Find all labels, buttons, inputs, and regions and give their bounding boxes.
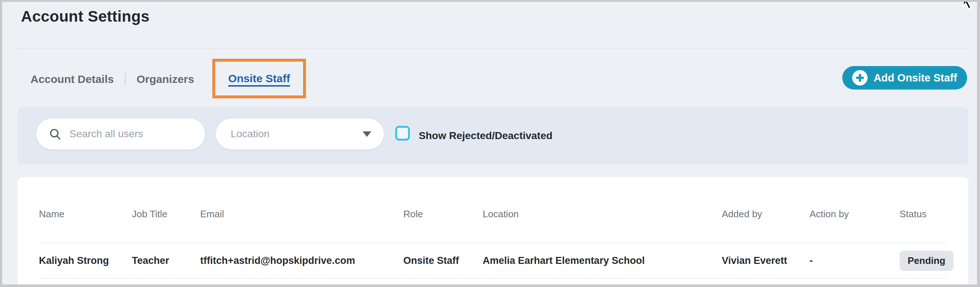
title-divider [18,48,968,49]
search-icon [49,128,61,140]
add-onsite-staff-label: Add Onsite Staff [873,72,957,84]
onsite-staff-table-card: Name Job Title Email Role Location Added… [18,177,968,284]
location-dropdown[interactable]: Location [216,119,384,149]
chevron-down-icon [363,132,371,137]
cell-job-title: Teacher [132,255,200,266]
column-header-job-title: Job Title [132,208,200,220]
cell-added-by: Vivian Everett [722,255,810,266]
add-onsite-staff-button[interactable]: Add Onsite Staff [842,66,967,90]
tab-separator [125,73,126,86]
plus-circle-icon [852,70,868,86]
tab-organizers[interactable]: Organizers [137,73,194,86]
account-settings-page: Account Settings Account Details Organiz… [2,2,977,284]
mouse-cursor [960,2,976,11]
location-dropdown-placeholder: Location [231,128,270,140]
tab-onsite-staff[interactable]: Onsite Staff [228,72,290,85]
cell-location: Amelia Earhart Elementary School [483,255,722,266]
column-header-action-by: Action by [810,208,900,220]
column-header-role: Role [403,208,483,220]
show-rejected-checkbox-label: Show Rejected/Deactivated [419,107,552,165]
show-rejected-checkbox[interactable] [395,126,410,141]
cell-action-by: - [810,255,900,266]
column-header-status: Status [900,208,946,220]
annotation-highlight-box: Onsite Staff [212,59,306,98]
cell-role: Onsite Staff [403,255,483,266]
table-header-row: Name Job Title Email Role Location Added… [39,177,946,243]
column-header-added-by: Added by [722,208,810,220]
table-row: Kaliyah Strong Teacher tffitch+astrid@ho… [39,243,946,279]
filter-bar: Location Show Rejected/Deactivated [18,107,968,165]
search-field[interactable] [37,119,205,149]
search-input[interactable] [69,128,197,140]
tab-account-details[interactable]: Account Details [30,73,114,86]
page-title: Account Settings [21,8,150,25]
tab-bar: Account Details Organizers [30,69,194,90]
cell-name: Kaliyah Strong [39,255,132,266]
column-header-location: Location [483,208,722,220]
cell-email: tffitch+astrid@hopskipdrive.com [200,255,403,266]
column-header-name: Name [39,208,132,220]
status-badge: Pending [900,251,953,271]
onsite-staff-table: Name Job Title Email Role Location Added… [39,177,946,279]
column-header-email: Email [200,208,403,220]
